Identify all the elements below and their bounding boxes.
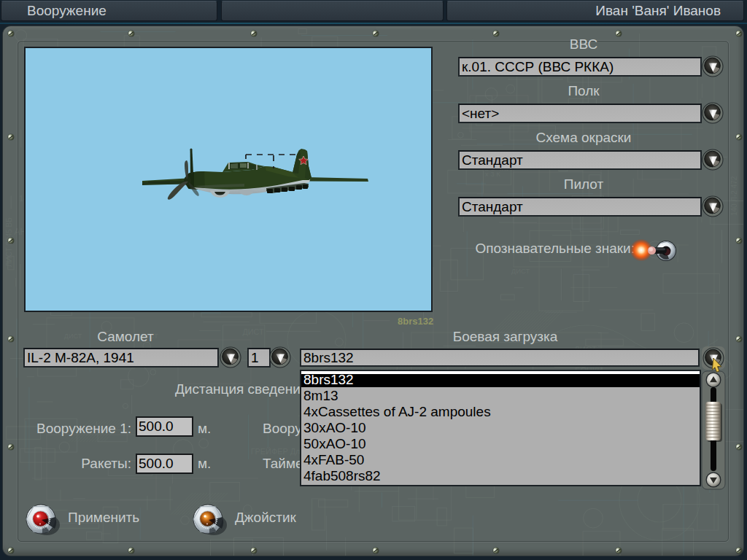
svg-text:140 Л-2 472: 140 Л-2 472 [730, 176, 738, 216]
svg-text:ЛИСТ 2045 ВБ: ЛИСТ 2045 ВБ [5, 217, 13, 267]
